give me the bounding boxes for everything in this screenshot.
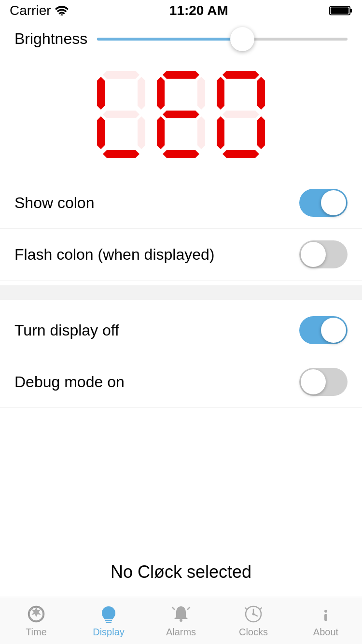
turn-display-off-label: Turn display off [14,322,119,339]
turn-display-off-thumb [321,318,346,343]
svg-rect-2 [350,9,352,13]
show-colon-label: Show colon [14,194,94,212]
led-display [0,56,362,172]
svg-point-8 [180,619,182,622]
section-divider [0,285,362,300]
svg-point-12 [252,613,255,616]
svg-point-13 [324,610,327,613]
content-area: Brightness [0,21,362,597]
brightness-thumb[interactable] [230,27,254,51]
about-icon [315,603,336,625]
show-colon-thumb [321,190,346,215]
svg-rect-6 [105,620,112,621]
brightness-slider[interactable] [97,38,348,41]
svg-rect-7 [106,622,111,623]
tab-about-label: About [313,627,338,638]
status-time: 11:20 AM [169,3,228,18]
tab-alarms-label: Alarms [166,627,196,638]
tab-display[interactable]: Display [72,603,145,638]
led-digit-D [217,71,265,158]
wifi-icon [55,6,69,15]
time-icon [26,603,47,625]
status-bar: Carrier 11:20 AM [0,0,362,21]
tab-about[interactable]: About [290,603,362,638]
svg-point-0 [60,14,63,16]
tab-time-label: Time [26,627,47,638]
tab-alarms[interactable]: Alarms [145,603,217,638]
brightness-fill [97,38,242,41]
brightness-label: Brightness [14,30,87,48]
carrier-label: Carrier [10,3,69,18]
flash-colon-label: Flash colon (when displayed) [14,246,214,264]
turn-display-off-row: Turn display off [0,305,362,356]
tab-bar: Time Display Alarms Clo [0,597,362,644]
debug-mode-label: Debug mode on [14,373,125,391]
led-digit-E [157,71,205,158]
show-colon-row: Show colon [0,177,362,229]
led-digit-L [97,71,145,158]
debug-mode-thumb [301,369,326,394]
flash-colon-toggle[interactable] [299,240,348,268]
brightness-row: Brightness [0,21,362,56]
debug-mode-row: Debug mode on [0,356,362,408]
brightness-track [97,38,348,41]
settings-section-2: Turn display off Debug mode on [0,300,362,413]
flash-colon-thumb [301,242,326,267]
debug-mode-toggle[interactable] [299,368,348,396]
tab-time[interactable]: Time [0,603,72,638]
tab-display-label: Display [93,627,125,638]
svg-rect-3 [331,7,348,14]
settings-section: Show colon Flash colon (when displayed) [0,172,362,285]
clocks-icon [243,603,264,625]
no-clock-container: No Cløck selected [0,547,362,592]
no-clock-label: No Cløck selected [0,547,362,592]
battery-icon [329,5,352,16]
turn-display-off-toggle[interactable] [299,316,348,344]
tab-clocks-label: Clocks [239,627,268,638]
svg-rect-14 [324,614,327,621]
display-icon [98,603,119,625]
flash-colon-row: Flash colon (when displayed) [0,229,362,280]
show-colon-toggle[interactable] [299,189,348,217]
alarms-icon [170,603,192,625]
tab-clocks[interactable]: Clocks [217,603,290,638]
